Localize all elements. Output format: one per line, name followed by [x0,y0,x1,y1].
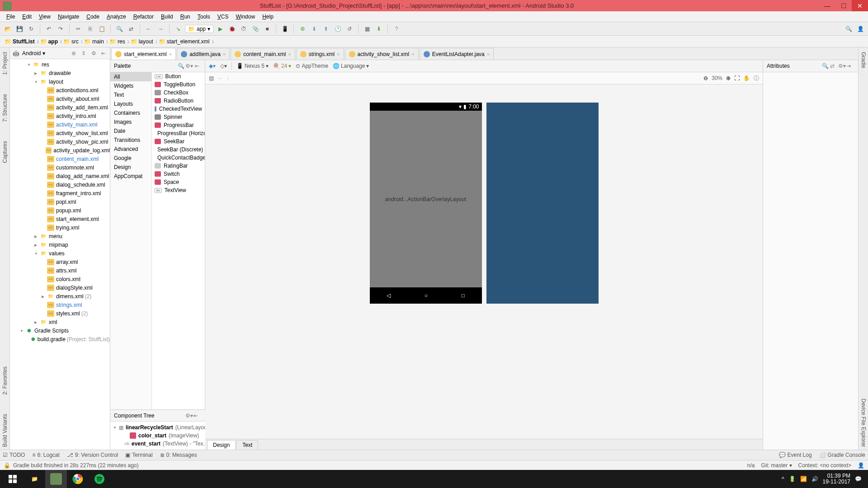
select-mode-icon[interactable]: ▤ [209,75,214,81]
breadcrumb-item[interactable]: 📁res [108,37,129,47]
palette-item[interactable]: Switch [152,170,205,178]
tab-device-file-explorer[interactable]: Device File Explorer [859,396,868,450]
breadcrumb-item[interactable]: 📁layout [129,37,157,47]
editor-tab[interactable]: activity_show_list.xml× [345,48,419,60]
palette-category[interactable]: Layouts [110,99,151,108]
attributes-min-icon[interactable]: ⇥ [846,63,854,69]
minimize-button[interactable]: — [819,0,835,11]
undo-icon[interactable]: ↶ [44,24,54,34]
attributes-gear-icon[interactable]: ⚙▾ [838,63,846,69]
design-view-icon[interactable]: ◆▾ [209,63,216,69]
help-icon[interactable]: ? [392,24,401,34]
tab-structure[interactable]: 7: Structure [1,91,9,125]
tree-item[interactable]: <>start_element.xml [10,215,110,223]
tab-design[interactable]: Design [207,440,236,450]
menu-code[interactable]: Code [83,13,103,21]
palette-category[interactable]: Text [110,90,151,99]
replace-icon[interactable]: ⇄ [126,24,136,34]
editor-tab[interactable]: EventListAdapter.java× [420,48,494,60]
tree-item[interactable]: <>activity_update_log.xml [10,146,110,155]
tab-gradle[interactable]: Gradle [859,49,868,71]
tree-item[interactable]: <>colors.xml [10,275,110,283]
component-tree-item[interactable]: Abevent_start (TextView) - "Tex... [110,440,205,448]
tray-battery-icon[interactable]: 🔋 [789,476,796,482]
taskbar-clock[interactable]: 01:39 PM 19-11-2017 [823,473,850,485]
tree-item[interactable]: 📁menu [10,232,110,240]
close-button[interactable]: ✕ [852,0,868,11]
tray-network-icon[interactable]: 📶 [800,476,807,482]
search-icon[interactable]: 🔍 [844,24,854,34]
tree-item[interactable]: <>customnote.xml [10,163,110,172]
breadcrumb-item[interactable]: 📁src [61,37,82,47]
tree-item[interactable]: <>fragment_intro.xml [10,189,110,197]
maximize-button[interactable]: ☐ [835,0,852,11]
layout-icon[interactable]: ▦ [362,24,372,34]
chrome-icon[interactable] [67,470,89,488]
sync-icon[interactable]: ↻ [26,24,36,34]
palette-category[interactable]: Google [110,154,151,163]
menu-analyze[interactable]: Analyze [103,13,130,21]
structure-icon[interactable]: ⬇ [374,24,384,34]
tab-todo[interactable]: ☑ TODO [3,452,25,458]
tree-item[interactable]: <>dialog_add_name.xml [10,172,110,180]
menu-tools[interactable]: Tools [194,13,214,21]
palette-item[interactable]: Spinner [152,113,205,121]
tab-logcat[interactable]: ≡ 6: Logcat [32,452,59,458]
pan-mode-icon[interactable]: ↔ [217,75,223,81]
tree-item[interactable]: <>array.xml [10,258,110,266]
menu-run[interactable]: Run [177,13,194,21]
attach-icon[interactable]: 📎 [250,24,260,34]
device-preview[interactable]: ▾ ▮ 7:00 android...ActionBarOverlayLayou… [370,103,482,304]
tree-item[interactable]: 📁res [10,60,110,69]
tray-volume-icon[interactable]: 🔊 [811,476,818,482]
tray-up-icon[interactable]: ^ [782,476,784,482]
close-icon[interactable]: × [411,52,414,57]
file-explorer-icon[interactable]: 📁 [24,470,45,488]
palette-item[interactable]: SeekBar (Discrete) [152,145,205,154]
api-selector[interactable]: 🍭 24 ▾ [273,63,291,69]
zoom-out-icon[interactable]: ⊖ [703,75,708,81]
orientation-icon[interactable]: ◇▾ [220,63,227,69]
run-button[interactable]: ▶ [215,24,225,34]
start-button[interactable] [2,470,24,488]
status-git[interactable]: Git: master ▾ [761,462,792,469]
save-icon[interactable]: 💾 [14,24,24,34]
tree-item[interactable]: <>content_main.xml [10,155,110,163]
find-icon[interactable]: 🔍 [114,24,124,34]
breadcrumb-item[interactable]: 📁StuffList [3,37,38,47]
tree-item[interactable]: <>strings.xml [10,300,110,309]
palette-item[interactable]: OKButton [152,72,205,80]
palette-gear-icon[interactable]: ⚙▾ [185,63,193,69]
palette-item[interactable]: RatingBar [152,162,205,170]
menu-window[interactable]: Window [232,13,259,21]
menu-file[interactable]: File [3,13,19,21]
sdk-icon[interactable]: ⚙ [297,24,307,34]
tree-item[interactable]: <>activity_show_list.xml [10,129,110,137]
profile-icon[interactable]: ⏱ [239,24,249,34]
device-selector[interactable]: 📱 Nexus 5 ▾ [236,63,269,69]
menu-refactor[interactable]: Refactor [130,13,157,21]
project-view-selector[interactable]: Android ▾ [22,50,67,56]
palette-item[interactable]: ProgressBar (Horizontal) [152,129,205,137]
palette-item[interactable]: QuickContactBadge [152,154,205,162]
collapse-icon[interactable]: ⇕ [80,50,87,56]
breadcrumb-item[interactable]: 📁start_element.xml [157,37,213,47]
vcs-commit-icon[interactable]: ⬆ [321,24,331,34]
tab-text[interactable]: Text [236,440,258,450]
component-tree-item[interactable]: color_start (ImageView) [110,432,205,440]
palette-category[interactable]: Transitions [110,136,151,145]
palette-category[interactable]: Date [110,127,151,136]
menu-edit[interactable]: Edit [19,13,35,21]
design-canvas[interactable]: ▾ ▮ 7:00 android...ActionBarOverlayLayou… [205,84,763,439]
pan-icon[interactable]: ✋ [743,75,750,81]
tree-item[interactable]: <>activity_about.xml [10,94,110,103]
tree-item[interactable]: 📁xml [10,318,110,326]
palette-item[interactable]: Space [152,178,205,186]
run-config-dropdown[interactable]: 📁 app ▾ [185,25,213,33]
make-icon[interactable]: ↘ [173,24,183,34]
palette-category[interactable]: Containers [110,108,151,117]
menu-vcs[interactable]: VCS [214,13,232,21]
menu-navigate[interactable]: Navigate [54,13,83,21]
tray-notifications-icon[interactable]: 💬 [855,476,862,482]
vcs-revert-icon[interactable]: ↺ [344,24,354,34]
